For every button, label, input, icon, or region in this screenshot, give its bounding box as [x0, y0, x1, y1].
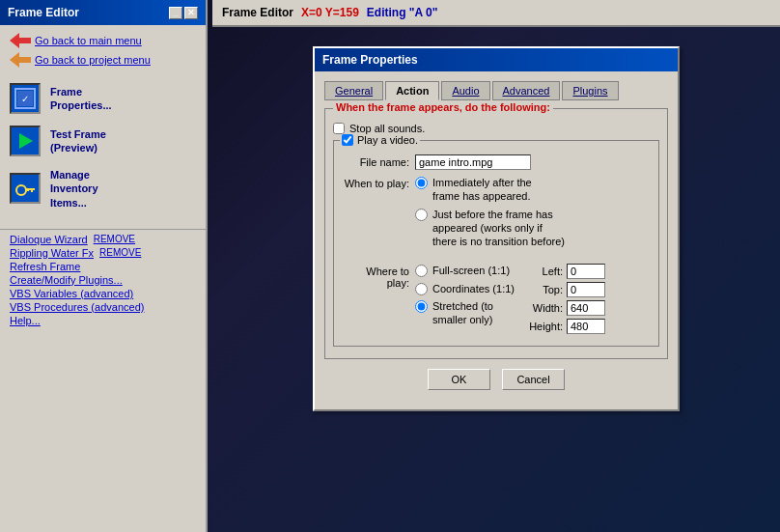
vbs-variables-link[interactable]: VBS Variables (advanced)	[10, 288, 133, 299]
rippling-water-link[interactable]: Rippling Water Fx	[10, 247, 94, 259]
manage-inventory-label: ManageInventoryItems...	[50, 168, 98, 210]
where-play-option-0: Full-screen (1:1)	[415, 264, 515, 277]
bottom-links: Dialoque Wizard REMOVE Rippling Water Fx…	[0, 229, 206, 332]
svg-marker-0	[10, 33, 31, 48]
vbs-procedures-link[interactable]: VBS Procedures (advanced)	[10, 301, 144, 313]
tab-advanced[interactable]: Advanced	[492, 81, 561, 100]
dialog-title-bar: Frame Properties	[315, 48, 678, 71]
file-name-label: File name:	[342, 156, 409, 168]
where-play-label-1: Coordinates (1:1)	[432, 282, 515, 295]
vbs-variables-row: VBS Variables (advanced)	[10, 288, 196, 299]
rippling-water-row: Rippling Water Fx REMOVE	[10, 247, 196, 259]
where-play-radio-0[interactable]	[415, 265, 428, 277]
go-back-main-link[interactable]: Go back to main menu	[10, 33, 196, 48]
test-frame-icon	[10, 126, 41, 156]
menu-items: ✓ FrameProperties... Test Frame(Preview)	[0, 75, 206, 229]
svg-rect-10	[31, 188, 33, 192]
close-button[interactable]: ✕	[184, 7, 198, 19]
test-frame-label: Test Frame(Preview)	[50, 127, 106, 155]
go-back-project-link[interactable]: Go back to project menu	[10, 52, 196, 68]
refresh-frame-row: Refresh Frame	[10, 261, 196, 272]
where-play-label-0: Full-screen (1:1)	[432, 264, 510, 277]
coords-display: X=0 Y=159	[301, 6, 359, 19]
left-panel: Frame Editor _ ✕ Go back to main menu Go…	[0, 0, 208, 532]
create-plugins-link[interactable]: Create/Modify Plugins...	[10, 274, 123, 286]
vbs-procedures-row: VBS Procedures (advanced)	[10, 301, 196, 313]
editing-display: Editing "A 0"	[367, 6, 438, 19]
play-video-checkbox[interactable]	[342, 134, 353, 146]
play-icon-svg	[14, 129, 37, 153]
dialoque-wizard-remove[interactable]: REMOVE	[94, 234, 135, 244]
cancel-button[interactable]: Cancel	[502, 369, 565, 390]
where-to-play-row: Where to play: Full-screen (1:1)	[342, 264, 651, 334]
title-buttons: _ ✕	[169, 7, 198, 19]
frame-icon-svg: ✓	[14, 87, 37, 110]
width-coord-row: Width:	[522, 300, 605, 316]
go-back-main-label: Go back to main menu	[35, 35, 142, 46]
manage-inventory-item[interactable]: ManageInventoryItems...	[10, 168, 196, 210]
frame-editor-bar-title: Frame Editor	[222, 6, 293, 19]
refresh-frame-link[interactable]: Refresh Frame	[10, 261, 80, 272]
frame-properties-item[interactable]: ✓ FrameProperties...	[10, 83, 196, 114]
where-to-play-label: Where to play:	[342, 266, 409, 289]
tab-action[interactable]: Action	[385, 81, 439, 100]
when-to-play-radio-1[interactable]	[415, 209, 428, 221]
frame-properties-label: FrameProperties...	[50, 85, 112, 113]
width-label: Width:	[522, 302, 563, 314]
help-link[interactable]: Help...	[10, 315, 41, 326]
key-icon-svg	[14, 177, 37, 200]
where-play-section: Full-screen (1:1) Coordinates (1:1)	[415, 264, 605, 334]
left-coord-row: Left:	[522, 264, 605, 279]
where-play-radios: Full-screen (1:1) Coordinates (1:1)	[415, 264, 515, 334]
height-coord-row: Height:	[522, 319, 605, 334]
when-to-play-label: When to play:	[342, 178, 409, 189]
top-label: Top:	[522, 284, 563, 295]
where-play-option-2: Stretched (tosmaller only)	[415, 299, 515, 327]
dialog-title-text: Frame Properties	[322, 53, 418, 67]
when-to-play-radio-0[interactable]	[415, 177, 428, 189]
where-play-radio-1[interactable]	[415, 283, 428, 295]
file-name-input[interactable]	[415, 154, 531, 170]
when-to-play-option-1: Just before the frame hasappeared (works…	[415, 208, 565, 249]
where-play-label-2: Stretched (tosmaller only)	[432, 299, 493, 327]
inventory-icon	[10, 173, 41, 204]
file-name-row: File name:	[342, 154, 651, 170]
stop-sounds-row: Stop all sounds.	[333, 123, 659, 134]
width-input[interactable]	[567, 300, 605, 316]
dialog-content: General Action Audio Advanced Plugins Wh…	[315, 71, 678, 409]
frame-properties-dialog: Frame Properties General Action Audio Ad…	[313, 46, 680, 411]
play-video-group-title-row: Play a video.	[340, 134, 420, 146]
left-input[interactable]	[567, 264, 605, 279]
play-video-group: Play a video. File name: When to play:	[333, 140, 659, 347]
when-to-play-options: Immediately after theframe has appeared.…	[415, 176, 565, 252]
tab-audio[interactable]: Audio	[441, 81, 489, 100]
tab-plugins[interactable]: Plugins	[562, 81, 618, 100]
back-arrow-orange-icon	[10, 52, 31, 68]
coords-section: Left: Top: Width:	[522, 264, 605, 334]
ok-button[interactable]: OK	[428, 369, 490, 390]
minimize-button[interactable]: _	[169, 7, 182, 19]
tab-general[interactable]: General	[324, 81, 383, 100]
section-inner: Stop all sounds. Play a video. File name…	[333, 123, 659, 347]
left-label: Left:	[522, 266, 563, 277]
when-to-play-option-0: Immediately after theframe has appeared.	[415, 176, 565, 204]
stop-sounds-checkbox[interactable]	[333, 123, 345, 134]
when-to-play-label-1: Just before the frame hasappeared (works…	[432, 208, 565, 249]
top-input[interactable]	[567, 282, 605, 297]
test-frame-item[interactable]: Test Frame(Preview)	[10, 126, 196, 156]
nav-links: Go back to main menu Go back to project …	[0, 25, 206, 75]
svg-rect-11	[27, 188, 29, 191]
left-panel-title-text: Frame Editor	[8, 6, 79, 19]
when-to-play-row: When to play: Immediately after theframe…	[342, 176, 651, 258]
where-play-option-1: Coordinates (1:1)	[415, 282, 515, 295]
where-play-radio-2[interactable]	[415, 300, 428, 313]
height-input[interactable]	[567, 319, 605, 334]
dialoque-wizard-row: Dialoque Wizard REMOVE	[10, 234, 196, 245]
height-label: Height:	[522, 321, 563, 332]
svg-text:✓: ✓	[21, 94, 29, 104]
stop-sounds-label: Stop all sounds.	[349, 123, 425, 134]
top-coord-row: Top:	[522, 282, 605, 297]
rippling-water-remove[interactable]: REMOVE	[99, 247, 141, 258]
dialog-buttons: OK Cancel	[324, 359, 668, 400]
dialoque-wizard-link[interactable]: Dialoque Wizard	[10, 234, 88, 245]
